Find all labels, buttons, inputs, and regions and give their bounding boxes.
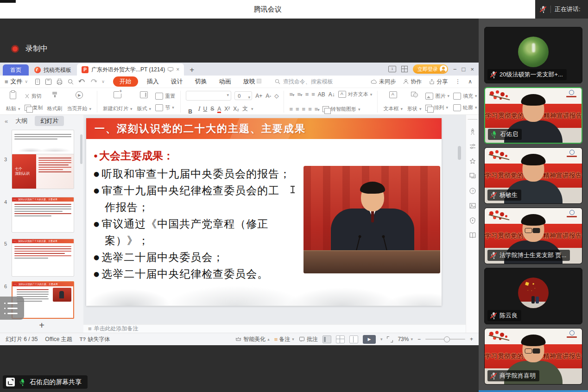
- image-panel-icon[interactable]: [469, 202, 476, 209]
- text-direction-button[interactable]: AB: [318, 91, 325, 98]
- participant-tile[interactable]: 学习贯彻党的二十大精神宣讲报告 商学院肖喜明: [484, 328, 582, 385]
- normal-view-button[interactable]: [322, 335, 331, 343]
- underline-button[interactable]: U: [203, 106, 208, 112]
- print-preview-icon[interactable]: [67, 78, 74, 85]
- align-right-button[interactable]: ≡: [302, 106, 305, 113]
- play-from-current-button[interactable]: ▶ 当页开始▾: [65, 90, 94, 114]
- duplicate-slide-icon[interactable]: [469, 172, 476, 180]
- settings-sliders-icon[interactable]: [469, 143, 476, 150]
- participant-tile[interactable]: 20级法硕第一党支部+...: [484, 27, 582, 83]
- text-box-button[interactable]: 文本框▾: [381, 90, 405, 114]
- collaborate-button[interactable]: 协作: [403, 78, 422, 86]
- fill-button[interactable]: 填充▾: [453, 93, 477, 100]
- collapse-ribbon-icon[interactable]: ∧: [468, 78, 472, 85]
- missing-font-warning[interactable]: T? 缺失字体: [80, 335, 110, 343]
- new-tab-button[interactable]: +: [190, 64, 194, 76]
- menu-insert[interactable]: 插入: [147, 77, 159, 86]
- save-icon[interactable]: [45, 78, 52, 85]
- decrease-font-button[interactable]: A-: [266, 93, 271, 99]
- format-painter-button[interactable]: 格式刷: [45, 90, 65, 114]
- collapse-panel-icon[interactable]: «: [5, 118, 8, 125]
- layout-button[interactable]: 版式▾: [135, 90, 154, 114]
- shapes-button[interactable]: 形状▾: [405, 90, 424, 114]
- sync-status[interactable]: 未同步: [371, 78, 396, 86]
- subscript-button[interactable]: X₂: [233, 106, 239, 112]
- increase-font-button[interactable]: A+: [255, 93, 262, 99]
- share-button[interactable]: 分享: [429, 78, 448, 86]
- rail-handle[interactable]: ——: [468, 117, 477, 120]
- participant-tile[interactable]: 陈云良: [484, 268, 582, 324]
- tab-home[interactable]: 首页: [3, 64, 29, 76]
- menu-transition[interactable]: 切换: [195, 77, 207, 86]
- char-effects-button[interactable]: 文: [242, 105, 248, 113]
- tab-document-active[interactable]: P 广东外语外贸大学...PT (1214) ×: [77, 63, 184, 76]
- screen-share-pill[interactable]: 石佑启的屏幕共享: [3, 375, 88, 389]
- meeting-toolbar-handle[interactable]: [0, 297, 24, 320]
- slide-thumb-4[interactable]: 一、深刻认识党的二十大的主题、主要成果: [12, 197, 74, 233]
- undo-icon[interactable]: [78, 78, 86, 85]
- single-window-icon[interactable]: 1: [388, 66, 396, 72]
- reading-view-button[interactable]: [349, 335, 358, 343]
- window-grid-icon[interactable]: [401, 66, 408, 72]
- help-circle-icon[interactable]: ?: [469, 187, 476, 195]
- ai-rocket-icon[interactable]: [469, 128, 476, 135]
- restore-button[interactable]: □: [462, 66, 466, 73]
- redo-icon[interactable]: [90, 78, 97, 85]
- bold-button[interactable]: B: [188, 108, 192, 109]
- chevron-down-icon[interactable]: ∨: [101, 79, 105, 84]
- outline-button[interactable]: 轮廓▾: [453, 104, 477, 111]
- justify-button[interactable]: ≡: [308, 106, 311, 113]
- numbered-list-button[interactable]: ≡▾: [297, 91, 302, 98]
- new-doc-icon[interactable]: [34, 78, 41, 85]
- panel-scrollbar[interactable]: [80, 134, 82, 164]
- badge-icon[interactable]: [469, 217, 476, 224]
- bullet-list-button[interactable]: ≡▾: [289, 91, 294, 98]
- smart-graphic-button[interactable]: 转智能图形▾: [322, 106, 360, 113]
- tab-slides[interactable]: 幻灯片: [35, 116, 64, 126]
- slide-thumb-3[interactable]: 七个深刻认识: [12, 154, 74, 189]
- distribute-button[interactable]: ≡▾: [315, 106, 319, 113]
- notes-bar[interactable]: ≡ 单击此处添加备注: [83, 324, 466, 333]
- theme-name[interactable]: Office 主题: [45, 335, 72, 343]
- fit-slide-icon[interactable]: [387, 336, 393, 342]
- zoom-out-button[interactable]: −: [417, 336, 421, 342]
- more-menu-icon[interactable]: ⋮: [455, 78, 461, 85]
- superscript-button[interactable]: X²: [224, 106, 230, 112]
- slide-sorter-view-button[interactable]: [336, 335, 345, 343]
- participant-tile[interactable]: 学习贯彻党的二十大精神宣讲报告 杨敏生: [484, 147, 582, 204]
- play-options-icon[interactable]: ▾: [380, 337, 383, 341]
- zoom-knob[interactable]: [444, 336, 450, 342]
- smart-beautify-button[interactable]: 智能美化▴: [235, 335, 270, 343]
- italic-button[interactable]: I: [198, 106, 200, 112]
- picture-button[interactable]: 图片▾: [425, 93, 449, 100]
- participant-tile-speaking[interactable]: 学习贯彻党的二十大精神宣讲报告 石佑启: [484, 87, 582, 144]
- magic-star-icon[interactable]: [469, 158, 476, 165]
- notes-toggle[interactable]: ≡ 备注▾: [274, 335, 294, 343]
- align-text-button[interactable]: 对齐文本▾: [338, 91, 373, 98]
- menu-start-active[interactable]: 开始: [113, 76, 138, 87]
- close-tab-icon[interactable]: ×: [176, 66, 179, 73]
- zoom-slider[interactable]: [425, 339, 465, 340]
- slideshow-play-button[interactable]: ▶: [363, 335, 376, 344]
- align-center-button[interactable]: ≡: [296, 106, 299, 113]
- print-icon[interactable]: [56, 78, 63, 85]
- font-color-button[interactable]: A: [217, 106, 221, 112]
- close-button[interactable]: ×: [470, 66, 474, 73]
- strikethrough-button[interactable]: S: [210, 106, 214, 112]
- clear-format-button[interactable]: ◇: [274, 93, 278, 99]
- menu-slideshow[interactable]: 放映: [243, 77, 261, 86]
- font-size-select[interactable]: 0: [234, 91, 252, 100]
- font-family-select[interactable]: [186, 91, 231, 101]
- tab-docer[interactable]: 找稿壳模板: [29, 64, 77, 76]
- paste-button[interactable]: 粘贴▾: [4, 90, 23, 114]
- comments-toggle[interactable]: 批注: [299, 335, 318, 343]
- zoom-level[interactable]: 73%▾: [398, 336, 413, 342]
- minimize-button[interactable]: −: [453, 66, 457, 73]
- section-button[interactable]: 节▾: [155, 104, 175, 111]
- tab-outline[interactable]: 大纲: [15, 117, 27, 125]
- arrange-button[interactable]: 排列▾: [425, 104, 449, 111]
- slide-thumb-5[interactable]: 一、深刻认识党的二十大的主题、主要成果: [12, 239, 74, 277]
- menu-design[interactable]: 设计: [171, 77, 183, 86]
- participant-tile[interactable]: 学习贯彻党的二十大精神宣讲报告 法学院博士生党支部 贾...: [484, 208, 582, 264]
- menu-animation[interactable]: 动画: [219, 77, 231, 86]
